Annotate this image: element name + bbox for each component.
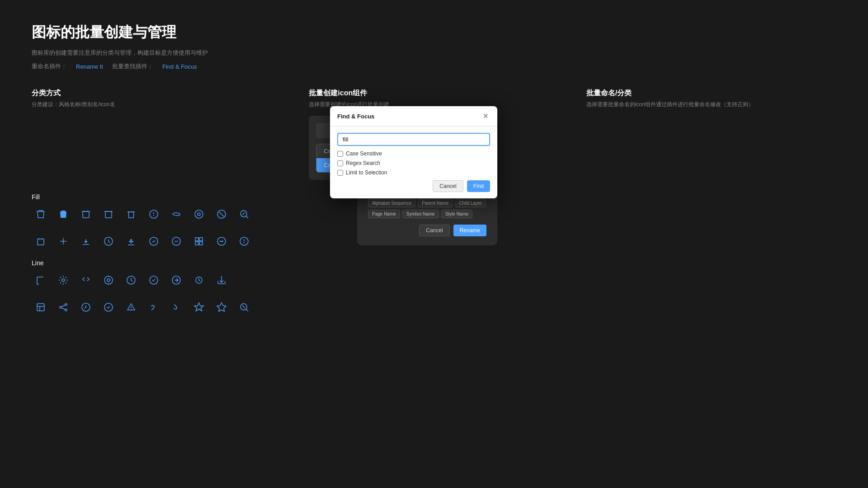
line-icon-10 bbox=[32, 298, 50, 316]
kw-style[interactable]: Style Name bbox=[441, 210, 473, 218]
rename-it-link[interactable]: Rename It bbox=[76, 63, 103, 70]
limit-selection-row: Limit to Selection bbox=[337, 169, 490, 176]
svg-rect-4 bbox=[105, 211, 112, 218]
line-icon-19 bbox=[235, 298, 253, 316]
find-focus-title: Find & Focus bbox=[337, 113, 374, 120]
fill-icon-2 bbox=[54, 205, 72, 223]
svg-line-15 bbox=[246, 216, 248, 218]
find-cancel-button[interactable]: Cancel bbox=[433, 180, 463, 192]
svg-line-54 bbox=[246, 309, 248, 311]
svg-rect-26 bbox=[199, 238, 203, 241]
svg-point-45 bbox=[65, 309, 67, 311]
line-icon-5 bbox=[122, 271, 140, 289]
line-icon-12 bbox=[77, 298, 95, 316]
svg-point-51 bbox=[131, 309, 132, 310]
section2-title: 批量创建icon组件 bbox=[309, 89, 559, 98]
line-icon-9 bbox=[212, 271, 231, 289]
fill-icon-19 bbox=[212, 232, 231, 250]
line-icon-1 bbox=[32, 271, 50, 289]
svg-rect-27 bbox=[195, 242, 198, 245]
fill-icon-14 bbox=[99, 232, 118, 250]
find-focus-body: Case Sensitive Regex Search Limit to Sel… bbox=[330, 127, 497, 198]
kw-symbol[interactable]: Symbol Name bbox=[402, 210, 439, 218]
svg-line-55 bbox=[242, 305, 245, 308]
fill-icon-18 bbox=[190, 232, 208, 250]
line-icons-row1 bbox=[32, 271, 836, 289]
svg-marker-52 bbox=[217, 303, 226, 311]
section1-desc: 分类建议：风格名称/类别名/icon名 bbox=[32, 101, 282, 108]
line-icon-14 bbox=[122, 298, 140, 316]
svg-line-47 bbox=[61, 308, 65, 310]
fill-icon-7 bbox=[167, 205, 185, 223]
kw-alpha[interactable]: Alphabet Sequence bbox=[368, 199, 415, 207]
find-focus-link-label: 批量查找插件： bbox=[112, 62, 153, 70]
kw-parent[interactable]: Parent Name bbox=[418, 199, 453, 207]
close-icon[interactable]: ✕ bbox=[481, 112, 490, 121]
svg-rect-25 bbox=[195, 238, 198, 241]
svg-point-10 bbox=[195, 210, 203, 218]
fill-icon-20 bbox=[235, 232, 253, 250]
fill-icon-11 bbox=[32, 232, 50, 250]
svg-point-33 bbox=[244, 242, 245, 243]
page-title: 图标的批量创建与管理 bbox=[32, 23, 836, 42]
fill-icon-4 bbox=[99, 205, 118, 223]
line-icon-17 bbox=[190, 298, 208, 316]
fill-icon-5 bbox=[122, 205, 140, 223]
rename-footer: Cancel Rename bbox=[368, 225, 486, 236]
svg-rect-0 bbox=[83, 211, 89, 218]
find-focus-modal: Find & Focus ✕ Case Sensitive Regex Sear… bbox=[330, 106, 497, 198]
links-row: 重命名插件： Rename It 批量查找插件： Find & Focus bbox=[32, 62, 836, 70]
line-icon-7 bbox=[167, 271, 185, 289]
limit-selection-label: Limit to Selection bbox=[346, 169, 387, 176]
line-label: Line bbox=[32, 259, 836, 267]
svg-line-16 bbox=[242, 212, 245, 215]
fill-icon-15 bbox=[122, 232, 140, 250]
case-sensitive-label: Case Sensitive bbox=[346, 150, 382, 157]
svg-rect-28 bbox=[199, 242, 203, 245]
fill-icon-3 bbox=[77, 205, 95, 223]
svg-rect-40 bbox=[37, 304, 44, 311]
kw-page[interactable]: Page Name bbox=[368, 210, 400, 218]
find-focus-actions: Cancel Find bbox=[337, 180, 490, 192]
fill-icon-13 bbox=[77, 232, 95, 250]
rename-rename-button[interactable]: Rename bbox=[453, 225, 486, 236]
rename-it-link-label: 重命名插件： bbox=[32, 62, 67, 70]
section3-desc: 选择需要批量命名的icon组件通过插件进行批量命名修改（支持正则） bbox=[586, 101, 836, 108]
rename-cancel-button[interactable]: Cancel bbox=[419, 225, 449, 236]
line-icon-18 bbox=[212, 298, 231, 316]
line-icon-13 bbox=[99, 298, 118, 316]
limit-selection-checkbox[interactable] bbox=[337, 170, 343, 176]
case-sensitive-row: Case Sensitive bbox=[337, 150, 490, 157]
line-icon-6 bbox=[145, 271, 163, 289]
kw-child[interactable]: Child Layer bbox=[455, 199, 486, 207]
line-icon-16 bbox=[167, 298, 185, 316]
fill-icon-10 bbox=[235, 205, 253, 223]
regex-search-label: Regex Search bbox=[346, 160, 380, 166]
find-focus-header: Find & Focus ✕ bbox=[330, 106, 497, 127]
fill-icon-16 bbox=[145, 232, 163, 250]
fill-icon-17 bbox=[167, 232, 185, 250]
line-icon-2 bbox=[54, 271, 72, 289]
fill-icon-12 bbox=[54, 232, 72, 250]
line-icon-3 bbox=[77, 271, 95, 289]
regex-search-checkbox[interactable] bbox=[337, 160, 343, 166]
section3-title: 批量命名/分类 bbox=[586, 89, 836, 98]
line-icon-11 bbox=[54, 298, 72, 316]
case-sensitive-checkbox[interactable] bbox=[337, 151, 343, 157]
find-focus-link[interactable]: Find & Focus bbox=[162, 63, 197, 70]
svg-point-35 bbox=[107, 279, 110, 282]
svg-line-13 bbox=[219, 212, 224, 216]
svg-point-9 bbox=[153, 215, 154, 216]
regex-search-row: Regex Search bbox=[337, 160, 490, 166]
line-icons-row2 bbox=[32, 298, 836, 316]
section-classification: 分类方式 分类建议：风格名称/类别名/icon名 bbox=[32, 89, 282, 180]
svg-point-34 bbox=[62, 279, 65, 282]
find-focus-search-input[interactable] bbox=[337, 133, 490, 146]
find-find-button[interactable]: Find bbox=[467, 180, 490, 192]
fill-icon-1 bbox=[32, 205, 50, 223]
fill-icon-8 bbox=[190, 205, 208, 223]
section1-title: 分类方式 bbox=[32, 89, 282, 98]
line-icon-15 bbox=[145, 298, 163, 316]
section-batch-rename: 批量命名/分类 选择需要批量命名的icon组件通过插件进行批量命名修改（支持正则… bbox=[586, 89, 836, 180]
fill-icon-6 bbox=[145, 205, 163, 223]
